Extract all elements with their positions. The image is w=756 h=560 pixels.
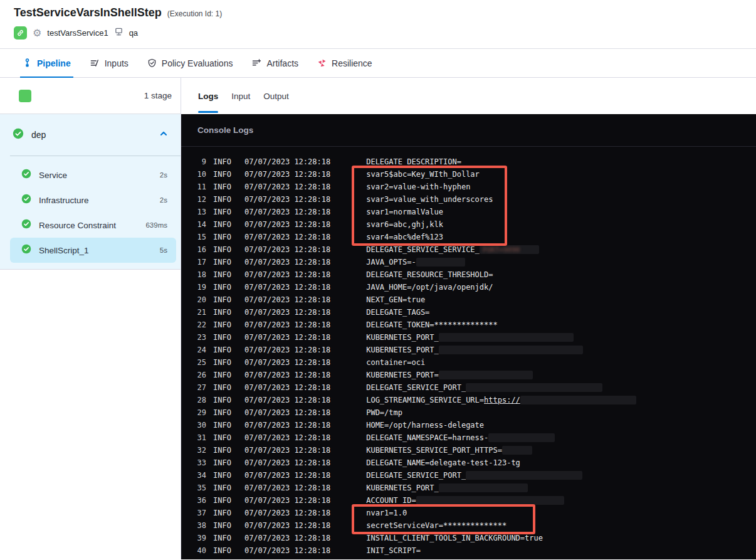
log-line: 12INFO07/07/2023 12:28:18svar3=value_wit… <box>181 193 756 206</box>
line-number: 12 <box>196 195 206 204</box>
log-level: INFO <box>213 295 231 304</box>
stage-group-dep[interactable]: dep <box>0 114 181 156</box>
log-line: 30INFO07/07/2023 12:28:18HOME=/opt/harne… <box>181 419 756 431</box>
log-line: 22INFO07/07/2023 12:28:18DELEGATE_TOKEN=… <box>181 319 756 331</box>
log-list: 9INFO07/07/2023 12:28:18DELEGATE_DESCRIP… <box>181 147 756 557</box>
log-timestamp: 07/07/2023 12:28:18 <box>244 483 330 492</box>
line-number: 31 <box>196 433 206 442</box>
line-number: 17 <box>196 258 206 267</box>
line-number: 11 <box>196 182 206 191</box>
log-message: DELEGATE_SERVICE_PORT_ <box>366 383 602 392</box>
log-message: PWD=/tmp <box>366 408 402 417</box>
log-line: 31INFO07/07/2023 12:28:18DELEGATE_NAMESP… <box>181 431 756 444</box>
execution-id: (Execution Id: 1) <box>167 9 222 18</box>
line-number: 20 <box>196 295 206 304</box>
log-text: DELEGATE_TAGS= <box>366 308 429 317</box>
log-timestamp: 07/07/2023 12:28:18 <box>244 157 330 166</box>
log-timestamp: 07/07/2023 12:28:18 <box>244 358 330 367</box>
line-number: 40 <box>196 546 206 555</box>
log-text: KUBERNETES_PORT_ <box>366 346 439 354</box>
log-line: 15INFO07/07/2023 12:28:18svar4=abc%def%1… <box>181 231 756 243</box>
line-number: 26 <box>196 371 206 379</box>
log-message: nvar1=1.0 <box>366 509 407 517</box>
log-text: secretServiceVar=************** <box>366 521 507 530</box>
redacted-text <box>439 483 528 492</box>
log-text: KUBERNETES_PORT= <box>366 371 439 379</box>
log-level: INFO <box>213 308 231 317</box>
tab-pipeline[interactable]: Pipeline <box>23 49 71 77</box>
log-message: DELEGATE_RESOURCE_THRESHOLD= <box>366 270 493 279</box>
step-shellscript-1[interactable]: ShellScript_15s <box>10 238 176 263</box>
console-title: Console Logs <box>197 125 253 135</box>
log-message: svar3=value_with_underscores <box>366 195 493 204</box>
tab-label: Resilience <box>332 58 372 68</box>
redacted-text <box>439 333 574 342</box>
line-number: 34 <box>196 471 206 480</box>
log-message: DELEGATE_NAMESPACE=harness- <box>366 433 555 442</box>
tab-output[interactable]: Output <box>263 78 289 114</box>
log-message: KUBERNETES_SERVICE_PORT_HTTPS= <box>366 446 532 455</box>
line-number: 9 <box>196 157 206 166</box>
log-line: 13INFO07/07/2023 12:28:18svar1=normalVal… <box>181 206 756 218</box>
line-number: 38 <box>196 521 206 530</box>
log-link[interactable]: https:// <box>484 396 520 404</box>
log-text: ACCOUNT_ID= <box>366 496 416 505</box>
step-list: Service2sInfrastructure2sResource Constr… <box>0 156 181 263</box>
log-level: INFO <box>213 245 231 254</box>
success-check-icon <box>21 244 31 256</box>
log-text: nvar1=1.0 <box>366 509 407 517</box>
log-level: INFO <box>213 433 231 442</box>
step-service[interactable]: Service2s <box>10 162 176 188</box>
stage-strip: 1 stage <box>0 78 181 114</box>
log-text: DELEGATE_RESOURCE_THRESHOLD= <box>366 270 493 279</box>
line-number: 32 <box>196 446 206 455</box>
log-level: INFO <box>213 358 231 367</box>
tab-resilience[interactable]: Resilience <box>317 49 372 77</box>
log-message: DELEGATE_NAME=delegate-test-123-tg <box>366 458 520 467</box>
console-header[interactable]: Console Logs <box>181 114 756 147</box>
log-level: INFO <box>213 333 231 342</box>
log-text: LOG_STREAMING_SERVICE_URL= <box>366 396 484 404</box>
log-line: 39INFO07/07/2023 12:28:18INSTALL_CLIENT_… <box>181 532 756 544</box>
tab-artifacts[interactable]: Artifacts <box>251 49 298 77</box>
step-resource-constraint[interactable]: Resource Constraint639ms <box>10 213 176 238</box>
success-check-icon <box>21 219 31 231</box>
redacted-text <box>439 371 533 379</box>
tab-logs[interactable]: Logs <box>198 78 218 114</box>
environment-icon <box>114 27 123 39</box>
log-line: 27INFO07/07/2023 12:28:18DELEGATE_SERVIC… <box>181 381 756 394</box>
tab-policy-evaluations[interactable]: Policy Evaluations <box>147 49 233 77</box>
log-line: 25INFO07/07/2023 12:28:18container=oci <box>181 356 756 369</box>
page-title: TestServiceVarsInShellStep <box>14 6 162 19</box>
tab-input[interactable]: Input <box>231 78 250 114</box>
step-infrastructure[interactable]: Infrastructure2s <box>10 188 176 213</box>
log-level: INFO <box>213 170 231 179</box>
line-number: 36 <box>196 496 206 505</box>
log-line: 20INFO07/07/2023 12:28:18NEXT_GEN=true <box>181 293 756 306</box>
redacted-text <box>466 383 602 392</box>
log-timestamp: 07/07/2023 12:28:18 <box>244 446 330 455</box>
inputs-icon <box>90 58 100 68</box>
log-level: INFO <box>213 383 231 392</box>
stage-group-label: dep <box>31 130 46 140</box>
log-line: 19INFO07/07/2023 12:28:18JAVA_HOME=/opt/… <box>181 281 756 293</box>
tab-inputs[interactable]: Inputs <box>90 49 129 77</box>
main-tab-bar: Pipeline Inputs Policy Evaluations <box>0 49 756 78</box>
log-message: NEXT_GEN=true <box>366 295 425 304</box>
log-text: JAVA_HOME=/opt/java/openjdk/ <box>366 283 493 292</box>
log-tab-bar: Logs Input Output <box>181 78 756 114</box>
log-level: INFO <box>213 208 231 216</box>
stage-count: 1 stage <box>144 91 172 100</box>
line-number: 29 <box>196 408 206 417</box>
service-name[interactable]: testVarsService1 <box>47 28 108 38</box>
gear-icon: ⚙ <box>33 28 41 38</box>
stage-status-square[interactable] <box>19 90 31 102</box>
log-message: HOME=/opt/harness-delegate <box>366 421 484 430</box>
environment-name[interactable]: qa <box>129 28 138 38</box>
log-level: INFO <box>213 220 231 229</box>
log-message: JAVA_OPTS=- <box>366 258 465 267</box>
chevron-up-icon[interactable] <box>159 129 168 140</box>
log-line: 32INFO07/07/2023 12:28:18KUBERNETES_SERV… <box>181 444 756 457</box>
log-message: svar5$abc=Key_WIth_Dollar <box>366 170 480 179</box>
redacted-text <box>466 471 582 480</box>
